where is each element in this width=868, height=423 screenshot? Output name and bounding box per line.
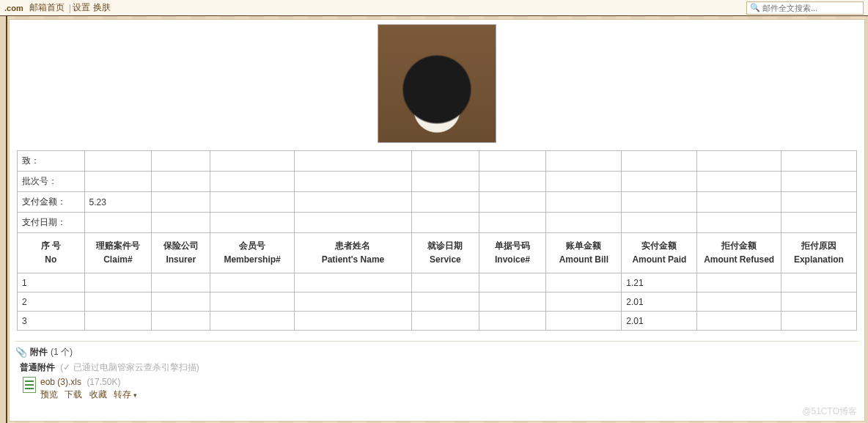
- cell: [294, 293, 411, 312]
- nav-skin[interactable]: 换肤: [93, 1, 111, 14]
- cell: [697, 192, 781, 213]
- search-icon: 🔍: [750, 3, 760, 12]
- cell: [697, 151, 781, 172]
- cell: [210, 273, 295, 293]
- cell: [622, 213, 697, 233]
- cell: [412, 312, 479, 331]
- cell: [697, 312, 781, 331]
- row-to: 致：: [18, 151, 857, 172]
- cell: [152, 213, 210, 233]
- cell-paid: 2.01: [622, 293, 697, 312]
- cell: [781, 151, 856, 172]
- attachments-count: (1 个): [51, 346, 73, 358]
- col-refused: 拒付金额Amount Refused: [697, 233, 781, 273]
- cell: [294, 172, 411, 192]
- attachment-filesize: (17.50K): [87, 377, 120, 387]
- cell: [697, 172, 781, 192]
- label-pay-amount: 支付金额：: [18, 192, 85, 213]
- label-pay-date: 支付日期：: [18, 213, 85, 233]
- nav-settings[interactable]: 设置: [73, 1, 90, 14]
- col-invoice: 单据号码Invoice#: [479, 233, 546, 273]
- cell: [622, 151, 697, 172]
- cell: [412, 273, 479, 293]
- cell: [412, 293, 479, 312]
- cell-paid: 2.01: [622, 312, 697, 331]
- col-bill: 账单金额Amount Bill: [546, 233, 622, 273]
- col-insurer: 保险公司Insurer: [152, 233, 210, 273]
- table-row: 3 2.01: [18, 312, 857, 331]
- cell: [546, 293, 622, 312]
- cell: [546, 273, 622, 293]
- cell: [479, 293, 546, 312]
- col-membership: 会员号Membership#: [210, 233, 295, 273]
- attachment-favorite[interactable]: 收藏: [89, 389, 107, 400]
- cell: [152, 273, 210, 293]
- cell: [152, 312, 210, 331]
- header-row: 序 号No 理赔案件号Claim# 保险公司Insurer 会员号Members…: [18, 233, 857, 273]
- cell: [210, 312, 295, 331]
- cell: [479, 312, 546, 331]
- left-rail: [0, 16, 7, 423]
- header-image: [378, 24, 496, 143]
- cell: [412, 213, 479, 233]
- attachments-subheader: 普通附件 (✓ 已通过电脑管家云查杀引擎扫描): [20, 361, 864, 374]
- cell: [84, 172, 152, 192]
- row-pay-amount: 支付金额： 5.23: [18, 192, 857, 213]
- cell: [697, 213, 781, 233]
- label-batch: 批次号：: [18, 172, 85, 192]
- cell: [781, 293, 856, 312]
- search-input[interactable]: [762, 4, 860, 12]
- cell-paid: 1.21: [622, 273, 697, 293]
- cell: [210, 213, 295, 233]
- attachment-filename: eob (3).xls: [40, 377, 81, 387]
- attachments-header: 📎 附件 (1 个): [15, 341, 858, 358]
- cell: [84, 293, 152, 312]
- cell: [479, 151, 546, 172]
- cell: [479, 273, 546, 293]
- cell-no: 3: [18, 312, 85, 331]
- col-explain: 拒付原因Explanation: [781, 233, 856, 273]
- attachment-preview[interactable]: 预览: [40, 389, 58, 400]
- search-box[interactable]: 🔍: [746, 1, 864, 15]
- eob-table: 致： 批次号： 支付金额： 5.23: [17, 150, 857, 331]
- cell-no: 2: [18, 293, 85, 312]
- cell: [781, 312, 856, 331]
- cell: [294, 151, 411, 172]
- table-row: 2 2.01: [18, 293, 857, 312]
- col-claim: 理赔案件号Claim#: [84, 233, 152, 273]
- cell: [546, 192, 622, 213]
- cell: [84, 151, 152, 172]
- cell: [412, 192, 479, 213]
- nav-home[interactable]: 邮箱首页: [29, 1, 65, 14]
- cell: [781, 273, 856, 293]
- col-no: 序 号No: [18, 233, 85, 273]
- cell: [412, 172, 479, 192]
- row-pay-date: 支付日期：: [18, 213, 857, 233]
- cell: [546, 213, 622, 233]
- cell: [479, 172, 546, 192]
- cell: [210, 192, 295, 213]
- cell: [412, 151, 479, 172]
- cell: [210, 151, 295, 172]
- chevron-down-icon: ▾: [133, 391, 137, 399]
- cell: [152, 151, 210, 172]
- col-service: 就诊日期Service: [412, 233, 479, 273]
- cell: [479, 192, 546, 213]
- label-to: 致：: [18, 151, 85, 172]
- attachment-item: eob (3).xls (17.50K) 预览 下载 收藏 转存 ▾: [23, 377, 864, 401]
- attachment-transfer[interactable]: 转存 ▾: [114, 389, 137, 400]
- cell: [152, 172, 210, 192]
- cell: [294, 312, 411, 331]
- cell: [479, 213, 546, 233]
- cell-pay-amount: 5.23: [84, 192, 152, 213]
- cell: [697, 273, 781, 293]
- cell-no: 1: [18, 273, 85, 293]
- cell: [84, 312, 152, 331]
- cell: [697, 293, 781, 312]
- cell: [210, 293, 295, 312]
- paperclip-icon: 📎: [15, 347, 27, 358]
- cell: [294, 213, 411, 233]
- row-batch: 批次号：: [18, 172, 857, 192]
- attachment-download[interactable]: 下载: [65, 389, 82, 400]
- cell: [210, 172, 295, 192]
